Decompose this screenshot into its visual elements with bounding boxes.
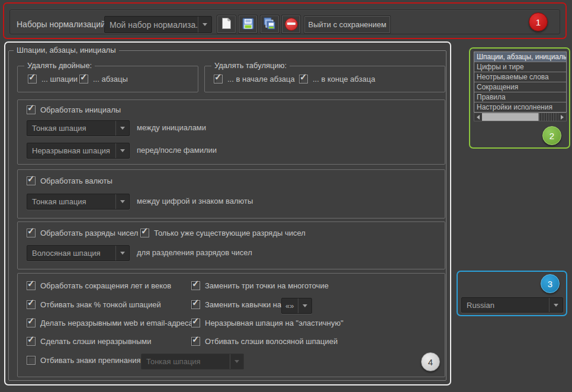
chevron-down-icon	[298, 304, 311, 307]
language-dropdown[interactable]: Russian	[461, 297, 563, 313]
currency-space-dropdown[interactable]: Тонкая шпация	[27, 194, 130, 210]
checkbox-remove-double-paragraphs[interactable]: ... абзацы	[79, 75, 128, 83]
checkbox-replace-quotes[interactable]: Заменить кавычки на	[191, 300, 281, 309]
checkbox-punctuation-spacing[interactable]: Отбивать знаки препинания	[27, 356, 140, 365]
checkbox[interactable]	[214, 75, 223, 83]
checkbox[interactable]	[27, 105, 36, 114]
checkbox-percent-thin-space[interactable]: Отбивать знак % тонкой шпацией	[27, 300, 161, 309]
checkbox-label: Сделать слэши неразрывными	[40, 337, 152, 346]
preset-dropdown[interactable]: Мой набор нормализа...	[104, 16, 212, 33]
scroll-right-arrow-icon[interactable]	[558, 113, 566, 121]
checkbox-process-initials[interactable]: Обработать инициалы	[27, 105, 121, 114]
checkbox[interactable]	[79, 75, 88, 83]
save-copy-icon	[263, 17, 277, 31]
sections-list-item[interactable]: Сокращения	[474, 82, 566, 92]
remove-tabs-legend: Удалять табуляцию:	[211, 61, 290, 70]
chevron-down-icon	[116, 149, 129, 152]
scrollbar-track[interactable]	[482, 113, 558, 121]
annotation-badge-2: 2	[542, 126, 561, 145]
new-preset-button[interactable]	[217, 15, 236, 34]
punctuation-space-dropdown: Тонкая шпация	[141, 354, 244, 369]
checkbox-label: Обработать сокращения лет и веков	[40, 281, 171, 290]
checkbox[interactable]	[28, 75, 37, 83]
chevron-down-icon	[116, 127, 129, 130]
checkbox[interactable]	[191, 300, 200, 309]
list-item-label: Неотрываемые слова	[477, 73, 549, 81]
badge-4-number: 4	[428, 357, 433, 367]
checkbox-nonbreaking-to-elastic[interactable]: Неразрывная шпация на "эластичную"	[191, 319, 343, 327]
sections-list-item[interactable]: Настройки исполнения	[474, 102, 566, 112]
checkbox[interactable]	[140, 229, 149, 237]
sections-list: Шпации, абзацы, инициалы Цифры и тире Не…	[474, 52, 567, 113]
currency-space-label: между цифрой и знаком валюты	[137, 197, 253, 205]
preset-dropdown-value: Мой набор нормализа...	[105, 20, 198, 30]
dropdown-value: Тонкая шпация	[27, 197, 115, 206]
delete-icon	[285, 18, 298, 31]
checkbox-label: Обработать инициалы	[40, 105, 121, 114]
list-item-label: Правила	[477, 93, 506, 101]
main-groupbox-legend: Шпации, абзацы, инициалы	[14, 46, 119, 54]
checkbox[interactable]	[27, 337, 36, 346]
checkbox[interactable]	[191, 281, 200, 290]
checkbox-label: ... в начале абзаца	[227, 75, 295, 83]
exit-save-button[interactable]: Выйти с сохранением	[304, 15, 391, 34]
new-document-icon	[221, 17, 232, 31]
sections-list-item[interactable]: Правила	[474, 92, 566, 102]
checkbox-label: ... в конце абзаца	[313, 75, 375, 83]
chevron-down-icon	[116, 252, 129, 255]
checkbox-label: Обработать валюты	[40, 176, 113, 185]
checkbox-tabs-paragraph-start[interactable]: ... в начале абзаца	[214, 75, 295, 83]
badge-2-number: 2	[549, 131, 554, 141]
dropdown-value: Тонкая шпация	[27, 124, 115, 133]
checkbox[interactable]	[27, 300, 36, 309]
annotation-badge-3: 3	[541, 274, 560, 293]
checkbox-slashes-hair-space[interactable]: Отбивать слэши волосяной шпацией	[191, 337, 338, 346]
checkbox-nonbreaking-slashes[interactable]: Сделать слэши неразрывными	[27, 337, 152, 346]
checkbox-tabs-paragraph-end[interactable]: ... в конце абзаца	[299, 75, 375, 83]
delete-preset-button[interactable]	[281, 15, 301, 34]
dropdown-value: Тонкая шпация	[142, 357, 230, 366]
checkbox-process-currency[interactable]: Обработать валюты	[27, 176, 113, 185]
checkbox-only-existing-digit-groups[interactable]: Только уже существующие разряды чисел	[140, 229, 306, 237]
checkbox[interactable]	[299, 75, 308, 83]
sections-list-item[interactable]: Цифры и тире	[474, 62, 566, 72]
list-item-label: Цифры и тире	[477, 63, 524, 71]
checkbox-process-year-century-abbr[interactable]: Обработать сокращения лет и веков	[27, 281, 171, 290]
list-item-label: Шпации, абзацы, инициалы	[477, 53, 566, 61]
sections-list-item[interactable]: Неотрываемые слова	[474, 72, 566, 82]
checkbox[interactable]	[27, 229, 36, 237]
checkbox[interactable]	[27, 319, 36, 327]
checkbox[interactable]	[27, 281, 36, 290]
remove-doubles-legend: Удалять двойные:	[24, 61, 95, 70]
surname-space-dropdown[interactable]: Неразрывная шпация	[27, 143, 130, 159]
chevron-down-icon	[116, 200, 129, 203]
digit-groups-space-dropdown[interactable]: Волосяная шпация	[27, 245, 130, 261]
list-item-label: Настройки исполнения	[477, 103, 552, 111]
digit-groups-space-label: для разделения разрядов чисел	[137, 248, 252, 257]
checkbox-process-digit-groups[interactable]: Обработать разряды чисел	[27, 229, 138, 237]
checkbox-nonbreaking-web-email[interactable]: Делать неразрывными web и email-адреса	[27, 319, 193, 327]
checkbox-ellipsis-replace[interactable]: Заменить три точки на многоточие	[191, 281, 329, 290]
sections-list-item[interactable]: Шпации, абзацы, инициалы	[474, 52, 566, 62]
checkbox[interactable]	[27, 356, 36, 365]
checkbox[interactable]	[191, 337, 200, 346]
checkbox-label: Делать неразрывными web и email-адреса	[40, 319, 193, 327]
save-preset-button[interactable]	[238, 15, 258, 34]
scroll-left-arrow-icon[interactable]	[474, 113, 482, 121]
dropdown-value: Russian	[462, 301, 549, 310]
checkbox-label: Только уже существующие разряды чисел	[154, 229, 306, 237]
checkbox[interactable]	[191, 319, 200, 327]
checkbox-label: Заменить кавычки на	[205, 300, 281, 309]
dropdown-value: Волосяная шпация	[27, 249, 115, 258]
chevron-down-icon	[230, 360, 243, 363]
checkbox[interactable]	[27, 176, 36, 185]
chevron-down-icon	[549, 304, 563, 307]
checkbox-label: Неразрывная шпация на "эластичную"	[205, 319, 343, 327]
sections-horizontal-scrollbar[interactable]	[474, 113, 567, 121]
checkbox-label: ... абзацы	[93, 75, 128, 83]
initials-space-dropdown[interactable]: Тонкая шпация	[27, 120, 130, 136]
checkbox-remove-double-spaces[interactable]: ... шпации	[28, 75, 78, 83]
save-copy-button[interactable]	[260, 15, 279, 34]
quotes-style-dropdown[interactable]: «»	[281, 298, 312, 314]
scrollbar-thumb[interactable]	[482, 113, 539, 121]
